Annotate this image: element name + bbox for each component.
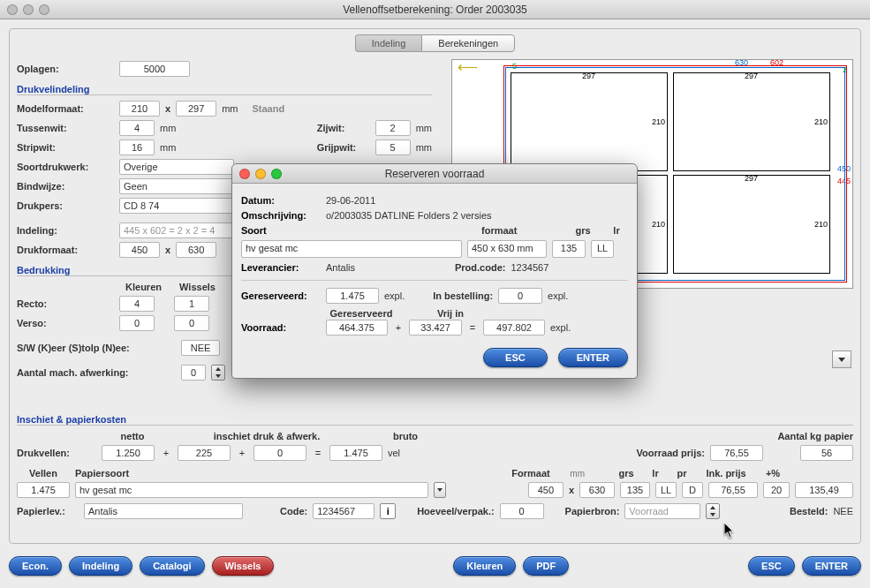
inkprijs-input[interactable]: 76,55 xyxy=(708,482,758,498)
tussenwit-input[interactable]: 4 xyxy=(119,120,155,136)
aantalkg-value: 56 xyxy=(800,445,853,461)
afwerking-input[interactable]: 0 xyxy=(181,365,206,381)
drukformaat-w[interactable]: 450 xyxy=(119,242,160,258)
datum-value: 29-06-2011 xyxy=(326,195,375,206)
drukpers-label: Drukpers: xyxy=(17,200,114,211)
indeling-button[interactable]: Indeling xyxy=(69,556,132,576)
main-titlebar: Vellenoffsetberekening: Order 2003035 xyxy=(0,0,870,19)
modelformaat-label: Modelformaat: xyxy=(17,103,114,114)
orient-label: Staand xyxy=(252,103,284,114)
close-icon[interactable] xyxy=(7,4,18,15)
papiersoort-dropdown[interactable] xyxy=(434,482,446,498)
tab-bar: Indeling Berekeningen xyxy=(17,34,853,52)
besteld-label: Besteld: xyxy=(790,506,828,516)
tab-berekeningen[interactable]: Berekeningen xyxy=(421,34,515,52)
oplagen-label: Oplagen: xyxy=(17,64,114,74)
papierbron-select[interactable]: Voorraad xyxy=(624,503,700,519)
omschrijving-label: Omschrijving: xyxy=(241,210,321,221)
row-total: 135,49 xyxy=(795,482,853,498)
drukformaat-label: Drukformaat: xyxy=(17,245,114,255)
inbestelling-label: In bestelling: xyxy=(433,290,493,301)
soortdrukwerk-input[interactable]: Overige xyxy=(119,159,234,175)
afwerking-stepper[interactable] xyxy=(211,365,225,381)
soort-label: Soort xyxy=(241,225,321,236)
zoom-icon[interactable] xyxy=(39,4,49,15)
pdf-button[interactable]: PDF xyxy=(523,556,569,576)
esc-button[interactable]: ESC xyxy=(748,556,795,576)
close-icon[interactable] xyxy=(239,169,250,179)
zijwit-input[interactable]: 2 xyxy=(375,120,411,136)
stripwit-label: Stripwit: xyxy=(17,142,114,153)
indeling-label: Indeling: xyxy=(17,225,114,236)
pluspct-input[interactable]: 20 xyxy=(763,482,790,498)
formaat-w[interactable]: 450 xyxy=(528,482,564,498)
code-input[interactable]: 1234567 xyxy=(313,503,374,519)
verso-wissels[interactable]: 0 xyxy=(174,315,209,331)
grs-input[interactable]: 135 xyxy=(620,482,650,498)
diagram-dropdown[interactable] xyxy=(832,351,851,368)
papierlev-input[interactable]: Antalis xyxy=(84,503,243,519)
voorraadprijs-label: Voorraad prijs: xyxy=(637,448,705,458)
recto-label: Recto: xyxy=(17,298,114,309)
recto-wissels[interactable]: 1 xyxy=(174,296,209,312)
minimize-icon[interactable] xyxy=(255,169,266,179)
section-drukvelindeling: Drukvelindeling xyxy=(17,84,432,95)
grijpwit-input[interactable]: 5 xyxy=(375,139,411,155)
modal-enter-button[interactable]: ENTER xyxy=(558,348,628,367)
voorraadprijs-input[interactable]: 76,55 xyxy=(710,445,763,461)
kleuren-button[interactable]: Kleuren xyxy=(453,556,516,576)
verso-kleuren[interactable]: 0 xyxy=(119,315,155,331)
soortdrukwerk-label: Soortdrukwerk: xyxy=(17,162,114,172)
drukpers-input[interactable]: CD 8 74 xyxy=(119,198,234,214)
bottom-toolbar: Econ. Indeling Catalogi Wissels Kleuren … xyxy=(9,553,861,579)
tussenwit-label: Tussenwit: xyxy=(17,123,114,133)
drukformaat-h[interactable]: 630 xyxy=(176,242,216,258)
hoeveel-input[interactable]: 0 xyxy=(500,503,544,519)
lr-input[interactable]: LL xyxy=(655,482,677,498)
gereserveerd-input[interactable]: 1.475 xyxy=(326,288,379,304)
drukvellen-inschiet1[interactable]: 225 xyxy=(178,445,231,461)
arrow-icon: ⟵ xyxy=(458,58,478,75)
prodcode-label: Prod.code: xyxy=(455,262,505,273)
recto-kleuren[interactable]: 4 xyxy=(119,296,155,312)
vellen-input[interactable]: 1.475 xyxy=(17,482,70,498)
tab-indeling[interactable]: Indeling xyxy=(355,34,422,52)
inbestelling-input[interactable]: 0 xyxy=(498,288,542,304)
modal-esc-button[interactable]: ESC xyxy=(483,348,548,367)
wissels-button[interactable]: Wissels xyxy=(212,556,275,576)
enter-button[interactable]: ENTER xyxy=(802,556,861,576)
drukvellen-inschiet2[interactable]: 0 xyxy=(253,445,306,461)
papiersoort-input[interactable]: hv gesat mc xyxy=(75,482,428,498)
papierbron-label: Papierbron: xyxy=(565,506,620,516)
leverancier-label: Leverancier: xyxy=(241,262,321,273)
bindwijze-input[interactable]: Geen xyxy=(119,178,234,194)
voorraad-vrijin: 33.427 xyxy=(409,320,462,335)
drukvellen-bruto: 1.475 xyxy=(329,445,382,461)
drukvellen-netto[interactable]: 1.250 xyxy=(102,445,155,461)
stripwit-input[interactable]: 16 xyxy=(119,139,155,155)
gereserveerd-label: Gereserveerd: xyxy=(241,290,321,301)
omschrijving-value: o/2003035 DATLINE Folders 2 versies xyxy=(326,210,492,221)
papierbron-stepper[interactable] xyxy=(706,503,720,519)
zijwit-label: Zijwit: xyxy=(317,123,370,133)
formaat-h[interactable]: 630 xyxy=(579,482,615,498)
modal-grs-value: 135 xyxy=(552,240,586,258)
catalogi-button[interactable]: Catalogi xyxy=(140,556,204,576)
dialog-title: Reserveren voorraad xyxy=(232,168,637,180)
reserve-stock-dialog: Reserveren voorraad Datum: 29-06-2011 Om… xyxy=(231,163,638,379)
oplagen-input[interactable]: 5000 xyxy=(119,61,190,77)
voorraad-gereserveerd: 464.375 xyxy=(326,320,388,335)
minimize-icon[interactable] xyxy=(23,4,34,15)
info-button[interactable]: i xyxy=(380,503,396,519)
sw-label: S/W (K)eer (S)tolp (N)ee: xyxy=(17,343,176,353)
zoom-icon[interactable] xyxy=(271,169,282,179)
modelformaat-h[interactable]: 297 xyxy=(176,101,216,117)
pr-input[interactable]: D xyxy=(682,482,703,498)
econ-button[interactable]: Econ. xyxy=(9,556,62,576)
datum-label: Datum: xyxy=(241,195,321,206)
drukvellen-label: Drukvellen: xyxy=(17,448,96,458)
besteld-value: NEE xyxy=(833,506,853,516)
hoeveel-label: Hoeveel/verpak.: xyxy=(417,506,494,516)
sw-input[interactable]: NEE xyxy=(181,340,220,356)
modelformaat-w[interactable]: 210 xyxy=(119,101,160,117)
